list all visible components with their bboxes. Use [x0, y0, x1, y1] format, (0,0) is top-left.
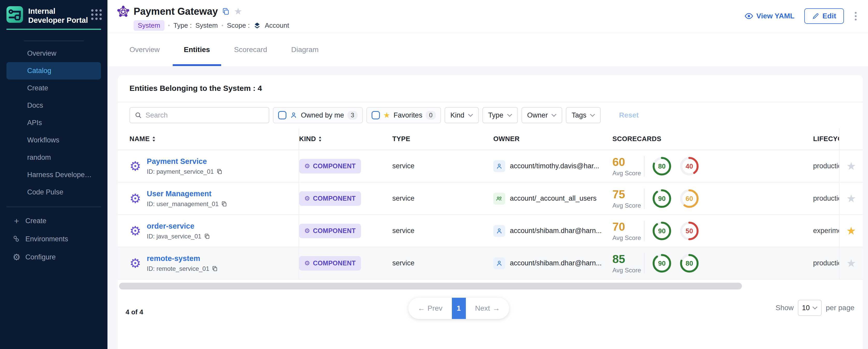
footer-item-label: Create — [25, 217, 46, 225]
search-input[interactable] — [146, 111, 264, 119]
sidebar-item-configure[interactable]: ⚙ Configure — [0, 248, 107, 266]
svg-text:80: 80 — [658, 162, 666, 170]
favorite-cell: ★ — [839, 183, 863, 214]
main-area: Payment Gateway ★ System • Type : System… — [107, 0, 868, 349]
score-rings: 9060 — [652, 189, 700, 209]
component-gear-icon: ⚙ — [129, 257, 141, 270]
row-favorite-star-icon[interactable]: ★ — [846, 193, 856, 204]
page-title: Payment Gateway — [134, 6, 218, 17]
prev-page-button[interactable]: ← Prev — [408, 298, 452, 319]
row-favorite-star-icon[interactable]: ★ — [846, 161, 856, 172]
kind-cell: ⚙ COMPONENT — [299, 215, 392, 247]
copy-icon[interactable] — [216, 168, 222, 174]
chevron-down-icon — [590, 113, 595, 118]
brand-row: Internal Developer Portal — [0, 0, 107, 25]
sidebar-item-harness-developer[interactable]: Harness Develope… — [0, 166, 107, 184]
table-row: ⚙ User Management ID: user_management_01… — [118, 183, 863, 215]
tab-overview[interactable]: Overview — [129, 33, 160, 66]
column-header-favorite — [839, 128, 863, 150]
sidebar-item-apis[interactable]: APIs — [0, 114, 107, 131]
account-scope-icon — [253, 22, 261, 30]
kind-dropdown[interactable]: Kind — [445, 107, 479, 123]
favorites-filter[interactable]: ★ Favorites 0 — [366, 107, 441, 123]
tab-entities[interactable]: Entities — [184, 33, 210, 66]
row-favorite-star-icon[interactable]: ★ — [846, 258, 856, 269]
entity-name-link[interactable]: User Management — [147, 190, 212, 198]
owned-by-me-filter[interactable]: Owned by me 3 — [273, 107, 363, 123]
per-page-label: per page — [826, 304, 855, 312]
owner-avatar — [493, 257, 505, 269]
edit-button[interactable]: Edit — [804, 8, 844, 24]
component-kind-badge: ⚙ COMPONENT — [299, 224, 361, 238]
entity-tabs: Overview Entities Scorecard Diagram — [107, 33, 868, 66]
sidebar-item-environments[interactable]: Environments — [0, 230, 107, 248]
meta-scope-value: Account — [265, 22, 289, 30]
copy-icon[interactable] — [221, 201, 227, 207]
name-cell: ⚙ Payment Service ID: payment_service_01 — [118, 150, 299, 182]
horizontal-scrollbar[interactable] — [119, 283, 742, 289]
entity-name-link[interactable]: order-service — [147, 222, 194, 230]
content-band: Entities Belonging to the System : 4 — [107, 66, 868, 349]
page-size-select[interactable]: 10 — [798, 300, 822, 316]
score-ring: 90 — [652, 253, 672, 274]
sidebar-item-overview[interactable]: Overview — [0, 45, 107, 62]
next-page-button[interactable]: Next → — [466, 298, 509, 319]
sidebar-item-create[interactable]: Create — [0, 80, 107, 97]
entity-name-link[interactable]: Payment Service — [147, 157, 207, 165]
user-icon — [496, 227, 503, 234]
score-divider — [644, 221, 645, 241]
hexagons-icon — [12, 235, 21, 243]
page-number-button[interactable]: 1 — [452, 298, 466, 319]
type-dropdown[interactable]: Type — [483, 107, 518, 123]
owner-dropdown[interactable]: Owner — [522, 107, 562, 123]
owner-avatar — [493, 160, 505, 172]
sidebar-item-random[interactable]: random — [0, 149, 107, 166]
sidebar-item-docs[interactable]: Docs — [0, 97, 107, 114]
next-label: Next — [475, 304, 490, 313]
view-yaml-button[interactable]: View YAML — [744, 12, 795, 21]
copy-icon[interactable] — [222, 7, 230, 15]
owned-by-me-label: Owned by me — [301, 111, 344, 119]
favorite-cell: ★ — [839, 215, 863, 247]
favorite-star-icon[interactable]: ★ — [234, 7, 242, 16]
column-header-kind[interactable]: KIND — [299, 128, 392, 150]
tags-dropdown[interactable]: Tags — [566, 107, 601, 123]
sidebar-item-workflows[interactable]: Workflows — [0, 131, 107, 149]
owned-by-me-checkbox[interactable] — [278, 111, 286, 119]
tab-scorecard[interactable]: Scorecard — [234, 33, 267, 66]
favorites-count: 0 — [426, 111, 436, 120]
chevron-down-icon — [812, 305, 817, 310]
footer-divider — [6, 207, 101, 207]
reset-filters-button[interactable]: Reset — [619, 111, 639, 119]
sidebar-item-create-action[interactable]: + Create — [0, 212, 107, 230]
footer-item-label: Environments — [25, 235, 68, 243]
sidebar-item-catalog[interactable]: Catalog — [6, 62, 101, 80]
tab-diagram[interactable]: Diagram — [291, 33, 318, 66]
more-options-icon[interactable] — [854, 11, 858, 22]
sidebar-item-code-pulse[interactable]: Code Pulse — [0, 184, 107, 201]
copy-icon[interactable] — [204, 233, 210, 239]
arrow-left-icon: ← — [418, 304, 425, 313]
chevron-down-icon — [468, 113, 473, 118]
apps-grid-icon[interactable] — [91, 9, 102, 20]
group-icon — [496, 195, 503, 202]
avg-score: 60 Avg Score — [612, 156, 644, 177]
copy-icon[interactable] — [212, 266, 218, 272]
favorites-checkbox[interactable] — [372, 111, 380, 119]
entity-name-link[interactable]: remote-system — [147, 254, 200, 262]
score-divider — [644, 188, 645, 209]
kind-dropdown-label: Kind — [450, 111, 464, 119]
column-header-type: TYPE — [392, 128, 493, 150]
gear-icon: ⚙ — [304, 260, 310, 266]
show-label: Show — [776, 304, 794, 312]
score-rings: 9050 — [652, 221, 700, 241]
row-favorite-star-icon[interactable]: ★ — [846, 225, 856, 236]
component-gear-icon: ⚙ — [129, 160, 141, 173]
owner-name: account/shibam.dhar@harn... — [510, 259, 602, 267]
entities-card: Entities Belonging to the System : 4 — [118, 75, 863, 349]
column-header-name[interactable]: NAME — [118, 128, 299, 150]
component-kind-badge: ⚙ COMPONENT — [299, 159, 361, 173]
star-icon: ★ — [383, 111, 390, 119]
chevron-down-icon — [551, 113, 556, 118]
table-row: ⚙ Payment Service ID: payment_service_01… — [118, 150, 863, 183]
